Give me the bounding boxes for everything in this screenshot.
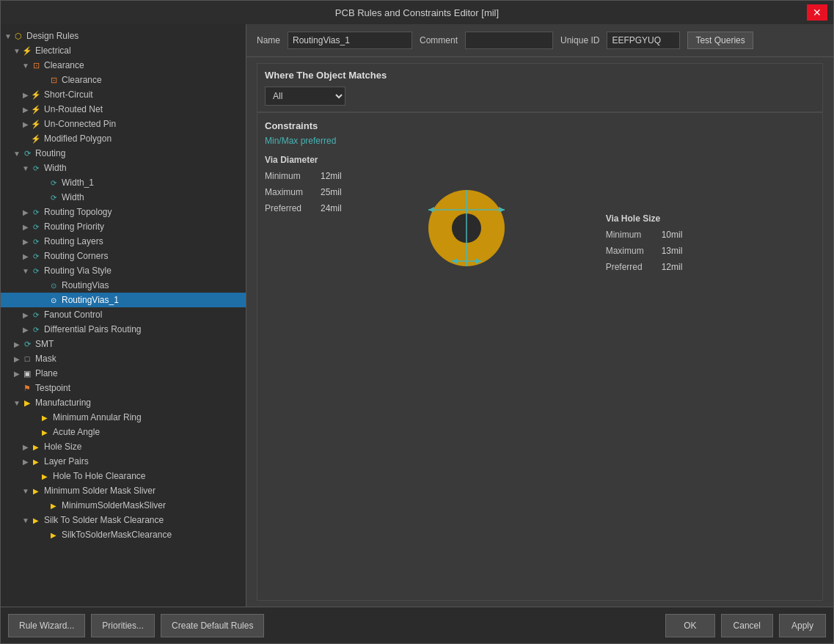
tree-item-silk-to-solder-item[interactable]: ▶ ▶ SilkToSolderMaskClearance	[1, 527, 246, 542]
tree-item-un-connected-pin[interactable]: ▶ ⚡ Un-Connected Pin	[1, 117, 246, 131]
via-diameter-min-row: Minimum 12mil	[265, 168, 342, 184]
toggle-short-circuit[interactable]: ▶	[21, 90, 30, 99]
tree-item-design-rules[interactable]: ▼ ⬡ Design Rules	[1, 29, 246, 43]
tree-item-routing-vias-1[interactable]: ▶ ⊙ RoutingVias_1	[1, 293, 246, 307]
tree-item-mask[interactable]: ▶ □ Mask	[1, 351, 246, 366]
toggle-smt[interactable]: ▶	[12, 340, 21, 348]
cancel-button[interactable]: Cancel	[721, 614, 773, 637]
tree-item-smt[interactable]: ▶ ⟳ SMT	[1, 337, 246, 351]
form-header: Name Comment Unique ID Test Queries	[246, 24, 833, 57]
tree-item-clearance[interactable]: ▶ ⊡ Clearance	[1, 73, 246, 87]
tree-item-routing-layers[interactable]: ▶ ⟳ Routing Layers	[1, 234, 246, 249]
toggle-un-connected-pin[interactable]: ▶	[21, 120, 30, 128]
tree-item-hole-to-hole[interactable]: ▶ ▶ Hole To Hole Clearance	[1, 469, 246, 483]
rule-wizard-button[interactable]: Rule Wizard...	[8, 614, 85, 637]
main-window: PCB Rules and Constraints Editor [mil] ✕…	[0, 0, 834, 644]
icon-routing-layers: ⟳	[30, 235, 42, 247]
uniqueid-input[interactable]	[607, 32, 680, 49]
icon-routing-vias-1: ⊙	[48, 294, 59, 306]
main-content: ▼ ⬡ Design Rules ▼ ⚡ Electrical ▼ ⊡ Clea…	[1, 24, 833, 607]
icon-routing-vias: ⊙	[48, 279, 59, 291]
name-input[interactable]	[288, 32, 412, 49]
toggle-fanout-control[interactable]: ▶	[21, 310, 30, 319]
comment-input[interactable]	[465, 32, 553, 49]
tree-item-routing-via-style[interactable]: ▼ ⟳ Routing Via Style	[1, 263, 246, 278]
tree-item-routing[interactable]: ▼ ⟳ Routing	[1, 146, 246, 161]
tree-item-routing-priority[interactable]: ▶ ⟳ Routing Priority	[1, 219, 246, 234]
toggle-routing-priority[interactable]: ▶	[21, 222, 30, 231]
right-panel: Name Comment Unique ID Test Queries Wher…	[246, 24, 833, 607]
priorities-button[interactable]: Priorities...	[91, 614, 155, 637]
toggle-manufacturing[interactable]: ▼	[12, 398, 21, 407]
toggle-min-solder-mask[interactable]: ▼	[21, 486, 30, 495]
apply-button[interactable]: Apply	[779, 614, 826, 637]
via-diameter-pref-value: 24mil	[321, 203, 342, 213]
icon-plane: ▣	[21, 367, 33, 379]
via-diameter-min-value: 12mil	[321, 171, 342, 181]
toggle-clearance[interactable]: ▼	[21, 61, 30, 70]
where-matches-dropdown[interactable]: All Net Net Class Layer	[265, 87, 345, 106]
tree-item-width[interactable]: ▶ ⟳ Width	[1, 190, 246, 205]
tree-item-clearance-group[interactable]: ▼ ⊡ Clearance	[1, 58, 246, 73]
icon-acute-angle: ▶	[39, 426, 51, 438]
toggle-hole-size[interactable]: ▶	[21, 442, 30, 451]
tree-item-width-group[interactable]: ▼ ⟳ Width	[1, 161, 246, 175]
tree-item-layer-pairs[interactable]: ▶ ▶ Layer Pairs	[1, 454, 246, 469]
tree-item-routing-corners[interactable]: ▶ ⟳ Routing Corners	[1, 249, 246, 263]
tree-item-fanout-control[interactable]: ▶ ⟳ Fanout Control	[1, 307, 246, 322]
tree-item-differential-pairs[interactable]: ▶ ⟳ Differential Pairs Routing	[1, 322, 246, 337]
tree-item-manufacturing[interactable]: ▼ ▶ Manufacturing	[1, 395, 246, 410]
tree-item-testpoint[interactable]: ▶ ⚑ Testpoint	[1, 381, 246, 395]
tree-item-min-solder-mask-item[interactable]: ▶ ▶ MinimumSolderMaskSliver	[1, 498, 246, 513]
via-hole-pref-label: Preferred	[606, 262, 657, 272]
close-button[interactable]: ✕	[807, 4, 827, 21]
tree-item-routing-vias[interactable]: ▶ ⊙ RoutingVias	[1, 278, 246, 293]
icon-layer-pairs: ▶	[30, 455, 42, 467]
tree-item-width-1[interactable]: ▶ ⟳ Width_1	[1, 175, 246, 190]
tree-item-plane[interactable]: ▶ ▣ Plane	[1, 366, 246, 381]
toggle-design-rules[interactable]: ▼	[4, 32, 12, 40]
via-params-container: Via Diameter Minimum 12mil Maximum 25mil…	[265, 155, 342, 216]
icon-clearance-group: ⊡	[30, 59, 42, 71]
toggle-mask[interactable]: ▶	[12, 354, 21, 363]
icon-routing-via-style: ⟳	[30, 265, 42, 277]
via-hole-min-label: Minimum	[606, 230, 657, 240]
tree-item-min-solder-mask[interactable]: ▼ ▶ Minimum Solder Mask Sliver	[1, 483, 246, 498]
tree-item-min-annular-ring[interactable]: ▶ ▶ Minimum Annular Ring	[1, 410, 246, 425]
toggle-silk-to-solder[interactable]: ▼	[21, 516, 30, 524]
tree-item-hole-size[interactable]: ▶ ▶ Hole Size	[1, 439, 246, 454]
icon-min-annular: ▶	[39, 411, 51, 423]
toggle-routing[interactable]: ▼	[12, 149, 21, 158]
toggle-un-routed-net[interactable]: ▶	[21, 105, 30, 114]
ok-button[interactable]: OK	[665, 614, 714, 637]
toggle-plane[interactable]: ▶	[12, 369, 21, 378]
tree-item-modified-polygon[interactable]: ▶ ⚡ Modified Polygon	[1, 131, 246, 146]
test-queries-button[interactable]: Test Queries	[687, 32, 753, 49]
tree-item-un-routed-net[interactable]: ▶ ⚡ Un-Routed Net	[1, 102, 246, 117]
via-diameter-min-label: Minimum	[265, 171, 316, 181]
icon-short-circuit: ⚡	[30, 89, 42, 100]
toggle-routing-topology[interactable]: ▶	[21, 208, 30, 216]
toggle-routing-corners[interactable]: ▶	[21, 252, 30, 260]
toggle-layer-pairs[interactable]: ▶	[21, 457, 30, 466]
create-default-rules-button[interactable]: Create Default Rules	[161, 614, 264, 637]
min-max-label: Min/Max preferred	[265, 136, 815, 146]
icon-hole-to-hole: ▶	[39, 470, 51, 482]
tree-item-electrical[interactable]: ▼ ⚡ Electrical	[1, 43, 246, 58]
tree-item-silk-to-solder[interactable]: ▼ ▶ Silk To Solder Mask Clearance	[1, 513, 246, 527]
constraints-body: Via Diameter Minimum 12mil Maximum 25mil…	[265, 155, 815, 301]
toggle-routing-layers[interactable]: ▶	[21, 237, 30, 246]
icon-min-solder-mask-item: ▶	[48, 500, 59, 511]
icon-un-routed-net: ⚡	[30, 103, 42, 115]
toggle-differential-pairs[interactable]: ▶	[21, 325, 30, 334]
icon-width-1: ⟳	[48, 177, 59, 189]
window-title: PCB Rules and Constraints Editor [mil]	[27, 7, 807, 18]
tree-item-short-circuit[interactable]: ▶ ⚡ Short-Circuit	[1, 87, 246, 102]
via-diameter-pref-row: Preferred 24mil	[265, 200, 342, 216]
toggle-routing-via-style[interactable]: ▼	[21, 266, 30, 275]
via-svg	[364, 155, 584, 301]
tree-item-routing-topology[interactable]: ▶ ⟳ Routing Topology	[1, 205, 246, 219]
toggle-electrical[interactable]: ▼	[12, 46, 21, 55]
toggle-width-group[interactable]: ▼	[21, 164, 30, 172]
tree-item-acute-angle[interactable]: ▶ ▶ Acute Angle	[1, 425, 246, 439]
